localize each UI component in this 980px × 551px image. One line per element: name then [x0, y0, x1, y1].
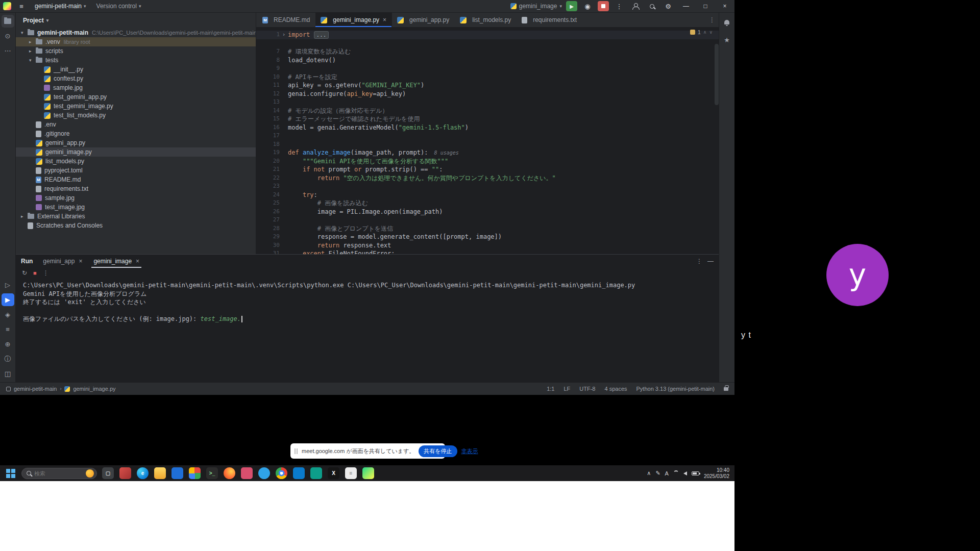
commit-tool-icon[interactable]: ⊙: [2, 30, 14, 42]
tree-item[interactable]: __init__.py: [16, 65, 256, 74]
code-with-me-icon[interactable]: [629, 1, 642, 12]
firefox-icon[interactable]: [224, 467, 235, 479]
tree-item[interactable]: test_gemini_app.py: [16, 92, 256, 102]
status-item[interactable]: UTF-8: [579, 386, 595, 392]
project-name-button[interactable]: gemini-petit-main ▾: [32, 2, 89, 11]
pycharm-icon[interactable]: [362, 467, 374, 479]
breadcrumb-file[interactable]: gemini_image.py: [73, 386, 115, 392]
main-menu-icon[interactable]: ≡: [15, 1, 28, 12]
tree-item[interactable]: ▸scripts: [16, 46, 256, 56]
project-panel-header[interactable]: Project ▾: [16, 13, 256, 28]
explorer-icon[interactable]: [154, 467, 166, 479]
prev-problem-icon[interactable]: ∧: [703, 30, 707, 35]
run-tool-icon[interactable]: ▶: [2, 293, 14, 306]
tab-bar-more-icon[interactable]: ⋮: [705, 13, 719, 27]
tree-item[interactable]: .env: [16, 120, 256, 129]
tree-item[interactable]: list_models.py: [16, 157, 256, 166]
inspections-widget[interactable]: 1 ∧ ∨: [690, 29, 713, 35]
services-tool-icon[interactable]: ◈: [2, 308, 14, 321]
stop-process-icon[interactable]: ■: [33, 270, 37, 276]
chrome-icon[interactable]: [276, 467, 287, 479]
status-item[interactable]: Python 3.13 (gemini-petit-main): [636, 386, 715, 392]
terminal-icon[interactable]: >_: [206, 467, 218, 479]
tree-item[interactable]: pyproject.toml: [16, 166, 256, 175]
tree-item[interactable]: ▾tests: [16, 56, 256, 65]
pen-icon[interactable]: ✎: [655, 470, 660, 477]
code-editor[interactable]: 1›import ...7# 環境変数を読み込む8load_dotenv()91…: [256, 28, 719, 254]
breadcrumb-project[interactable]: gemini-petit-main: [14, 386, 57, 392]
status-item[interactable]: LF: [564, 386, 570, 392]
run-tab[interactable]: gemini_image×: [91, 255, 141, 268]
taskbar-search[interactable]: [21, 468, 97, 479]
breadcrumb[interactable]: gemini-petit-main › gemini_image.py: [6, 386, 116, 392]
project-tool-icon[interactable]: [2, 15, 14, 28]
editor-tab[interactable]: MREADME.md: [257, 13, 315, 27]
close-tab-icon[interactable]: ×: [136, 258, 139, 265]
notifications-icon[interactable]: [721, 16, 733, 29]
python-packages-icon[interactable]: ⊕: [2, 338, 14, 350]
editor-tab[interactable]: gemini_app.py: [392, 13, 455, 27]
tree-item[interactable]: test_list_models.py: [16, 111, 256, 120]
tree-item[interactable]: ▸External Libraries: [16, 212, 256, 221]
tray-chevron-icon[interactable]: ∧: [647, 470, 651, 477]
status-item[interactable]: 4 spaces: [605, 386, 627, 392]
tree-item[interactable]: gemini_image.py: [16, 147, 256, 157]
status-item[interactable]: 1:1: [547, 386, 554, 392]
edge-icon[interactable]: e: [137, 467, 149, 479]
ime-indicator[interactable]: A: [665, 470, 669, 477]
notepad-icon[interactable]: ≡: [345, 467, 357, 479]
hide-banner-link[interactable]: 非表示: [461, 447, 478, 455]
tree-item[interactable]: test_gemini_image.py: [16, 102, 256, 111]
maximize-button[interactable]: □: [698, 0, 713, 13]
tree-item[interactable]: MREADME.md: [16, 175, 256, 184]
run-anything-icon[interactable]: ▷: [2, 279, 14, 291]
stop-button[interactable]: [598, 1, 609, 11]
lock-icon[interactable]: [724, 387, 728, 391]
app-icon-red[interactable]: [119, 467, 131, 479]
debug-button[interactable]: ◉: [581, 1, 594, 12]
tree-item[interactable]: Scratches and Consoles: [16, 221, 256, 230]
version-control-button[interactable]: Version control ▾: [93, 2, 144, 11]
tree-item[interactable]: test_image.jpg: [16, 203, 256, 212]
tree-item[interactable]: .gitignore: [16, 129, 256, 138]
todo-tool-icon[interactable]: ≡: [2, 323, 14, 336]
run-options-icon[interactable]: ⋮: [696, 258, 702, 265]
terminal-tool-icon[interactable]: ◫: [2, 367, 14, 380]
tree-item[interactable]: gemini_app.py: [16, 138, 256, 147]
more-actions-icon[interactable]: ⋮: [613, 1, 625, 12]
taskbar-clock[interactable]: 10:40 2025/03/02: [704, 467, 729, 480]
next-problem-icon[interactable]: ∨: [709, 30, 713, 35]
app-icon-teal[interactable]: [310, 467, 322, 479]
task-view-icon[interactable]: ▢: [102, 467, 114, 479]
app-icon-skyblue[interactable]: [258, 467, 270, 479]
console-options-icon[interactable]: ⋮: [43, 269, 49, 277]
start-button[interactable]: [5, 468, 16, 479]
tree-item[interactable]: conftest.py: [16, 74, 256, 83]
editor-tab[interactable]: gemini_image.py×: [315, 13, 392, 27]
wifi-icon[interactable]: [673, 470, 679, 476]
run-tab[interactable]: gemini_app×: [41, 255, 84, 268]
minimize-button[interactable]: —: [678, 0, 694, 13]
stop-sharing-button[interactable]: 共有を停止: [419, 445, 457, 457]
tree-item[interactable]: sample.jpg: [16, 83, 256, 92]
settings-icon[interactable]: ⚙: [662, 1, 674, 12]
office-icon[interactable]: [189, 467, 201, 479]
tree-item[interactable]: ▸.venvlibrary root: [16, 37, 256, 46]
run-console[interactable]: C:\Users\PC_User\Downloads\gemini-petit-…: [16, 278, 719, 327]
editor-tab[interactable]: list_models.py: [455, 13, 517, 27]
tree-item[interactable]: sample.jpg: [16, 193, 256, 203]
ai-assistant-icon[interactable]: ★: [721, 34, 733, 46]
rerun-icon[interactable]: ↻: [22, 269, 27, 277]
fold-arrow-icon[interactable]: ›: [280, 31, 288, 39]
x-app-icon[interactable]: X: [328, 467, 339, 479]
editor-tab[interactable]: requirements.txt: [517, 13, 582, 27]
search-everywhere-icon[interactable]: [646, 1, 658, 12]
editor-scrollbar[interactable]: [715, 44, 719, 105]
close-button[interactable]: ×: [717, 0, 732, 13]
close-tab-icon[interactable]: ×: [79, 258, 82, 265]
tree-item[interactable]: requirements.txt: [16, 184, 256, 193]
run-config-selector[interactable]: gemini_image ▾: [510, 3, 562, 10]
close-tab-icon[interactable]: ×: [383, 16, 386, 23]
app-icon-blue[interactable]: [172, 467, 183, 479]
problems-tool-icon[interactable]: ⓘ: [2, 353, 14, 365]
